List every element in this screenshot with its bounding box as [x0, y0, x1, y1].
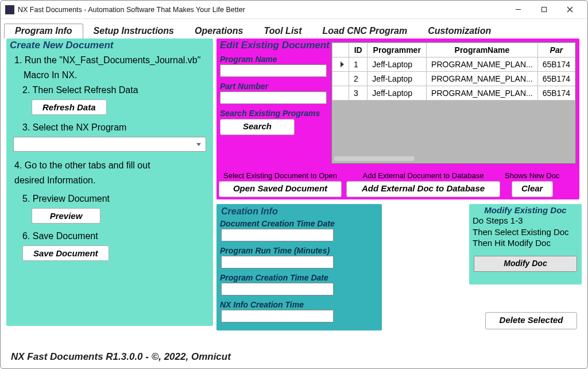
search-button[interactable]: Search	[220, 119, 295, 135]
tab-operations[interactable]: Operations	[184, 24, 253, 39]
grid-header-id[interactable]: ID	[349, 43, 368, 57]
edit-search-controls: Program Name Part Number Search Existing…	[219, 53, 329, 135]
doc-creation-time-input[interactable]	[221, 229, 334, 241]
create-panel-title: Create New Document	[6, 39, 213, 52]
program-run-time-input[interactable]	[221, 256, 334, 268]
open-saved-document-button[interactable]: Open Saved Document	[219, 181, 342, 197]
cell-par: 65B174	[537, 72, 575, 86]
grid-horizontal-scrollbar[interactable]	[334, 156, 415, 161]
footer-version: NX Fast Documents R1.3.0.0 - ©, 2022, Om…	[11, 351, 231, 363]
grid-header-programname[interactable]: ProgramName	[427, 43, 538, 57]
modify-step-3: Then Hit Modify Doc	[473, 237, 578, 249]
cell-id: 3	[349, 86, 368, 101]
cell-programmer: Jeff-Laptop	[368, 86, 427, 101]
tab-program-info[interactable]: Program Info	[4, 24, 83, 39]
delete-selected-button[interactable]: Delete Selected	[485, 312, 577, 329]
nx-info-creation-time-label: NX Info Creation Time	[220, 299, 378, 309]
save-document-button[interactable]: Save Document	[22, 245, 109, 261]
programs-grid[interactable]: ID Programmer ProgramName Par 1 Jeff-Lap…	[331, 42, 576, 164]
grid-header-par[interactable]: Par	[537, 43, 575, 57]
preview-button[interactable]: Preview	[32, 208, 100, 224]
step-1-line-a: 1. Run the "NX_Fast_Documents_Journal.vb…	[6, 52, 213, 67]
tab-setup-instructions[interactable]: Setup Instructions	[83, 24, 184, 39]
modify-doc-button[interactable]: Modify Doc	[474, 256, 577, 272]
step-2: 2. Then Select Refresh Data	[6, 82, 213, 97]
modify-panel-title: Modify Existing Doc	[473, 205, 578, 215]
program-creation-time-label: Program Creation Time Date	[220, 272, 378, 282]
step-5: 5. Preview Document	[6, 191, 213, 206]
edit-panel-title: Edit Existing Document	[216, 39, 332, 52]
cell-programname: PROGRAM_NAME_PLAN...	[427, 86, 538, 101]
cell-par: 65B174	[537, 57, 575, 72]
program-name-input[interactable]	[220, 64, 327, 77]
grid-header-programmer[interactable]: Programmer	[368, 43, 427, 57]
clear-button[interactable]: Clear	[512, 181, 553, 197]
add-caption: Add External Document to Database	[362, 171, 483, 181]
step-3: 3. Select the NX Program	[6, 120, 213, 134]
add-external-doc-button[interactable]: Add External Doc to Database	[346, 181, 500, 197]
tab-load-cnc[interactable]: Load CNC Program	[312, 24, 418, 39]
grid-rowheader-col	[332, 43, 349, 57]
cell-par: 65B174	[537, 86, 575, 101]
part-number-label: Part Number	[219, 80, 329, 91]
open-caption: Select Existing Document to Open	[223, 171, 337, 181]
tab-tool-list[interactable]: Tool List	[253, 24, 312, 39]
titlebar: NX Fast Documents - Automation Software …	[1, 1, 587, 19]
cell-id: 1	[349, 57, 368, 72]
cell-id: 2	[349, 72, 368, 86]
edit-existing-document-panel: Edit Existing Document Program Name Part…	[216, 39, 579, 199]
table-row[interactable]: 3 Jeff-Laptop PROGRAM_NAME_PLAN... 65B17…	[332, 86, 575, 101]
modify-existing-doc-panel: Modify Existing Doc Do Steps 1-3 Then Se…	[469, 204, 582, 285]
creation-panel-title: Creation Info	[220, 205, 378, 218]
program-run-time-label: Program Run Time (Minutes)	[220, 245, 378, 255]
tabstrip: Program Info Setup Instructions Operatio…	[1, 19, 587, 39]
doc-creation-time-label: Document Creation Time Date	[220, 218, 378, 228]
modify-step-1: Do Steps 1-3	[473, 215, 578, 226]
program-creation-time-input[interactable]	[221, 283, 334, 295]
clear-caption: Shows New Doc	[505, 171, 559, 181]
edit-bottom-buttons: Select Existing Document to Open Open Sa…	[219, 171, 577, 197]
refresh-data-button[interactable]: Refresh Data	[32, 99, 107, 115]
row-selector-icon	[341, 62, 344, 67]
nx-info-creation-time-input[interactable]	[221, 310, 334, 322]
table-row[interactable]: 1 Jeff-Laptop PROGRAM_NAME_PLAN... 65B17…	[332, 57, 575, 72]
nx-program-select[interactable]	[13, 137, 206, 152]
cell-programmer: Jeff-Laptop	[368, 57, 427, 72]
step-6: 6. Save Document	[6, 228, 213, 243]
window-title: NX Fast Documents - Automation Software …	[18, 6, 505, 14]
app-icon	[5, 5, 14, 14]
cell-programname: PROGRAM_NAME_PLAN...	[427, 72, 538, 86]
modify-step-2: Then Select Existing Doc	[473, 226, 578, 238]
program-name-label: Program Name	[219, 53, 329, 64]
table-row[interactable]: 2 Jeff-Laptop PROGRAM_NAME_PLAN... 65B17…	[332, 72, 575, 86]
tab-customization[interactable]: Customization	[417, 24, 501, 39]
close-button[interactable]	[557, 2, 583, 18]
workspace: Create New Document 1. Run the "NX_Fast_…	[1, 39, 587, 42]
step-1-line-b: Macro In NX.	[6, 67, 213, 82]
create-new-document-panel: Create New Document 1. Run the "NX_Fast_…	[6, 39, 213, 326]
window-controls	[505, 2, 583, 18]
maximize-button[interactable]	[531, 2, 557, 18]
minimize-button[interactable]	[505, 2, 531, 18]
cell-programmer: Jeff-Laptop	[368, 72, 427, 86]
cell-programname: PROGRAM_NAME_PLAN...	[427, 57, 538, 72]
svg-rect-1	[542, 7, 547, 12]
step-4-line-b: desired Information.	[6, 172, 213, 187]
creation-info-panel: Creation Info Document Creation Time Dat…	[216, 204, 382, 330]
step-4-line-a: 4. Go to the other tabs and fill out	[6, 157, 213, 172]
part-number-input[interactable]	[220, 91, 327, 104]
search-programs-label: Search Existing Programs	[219, 107, 329, 118]
